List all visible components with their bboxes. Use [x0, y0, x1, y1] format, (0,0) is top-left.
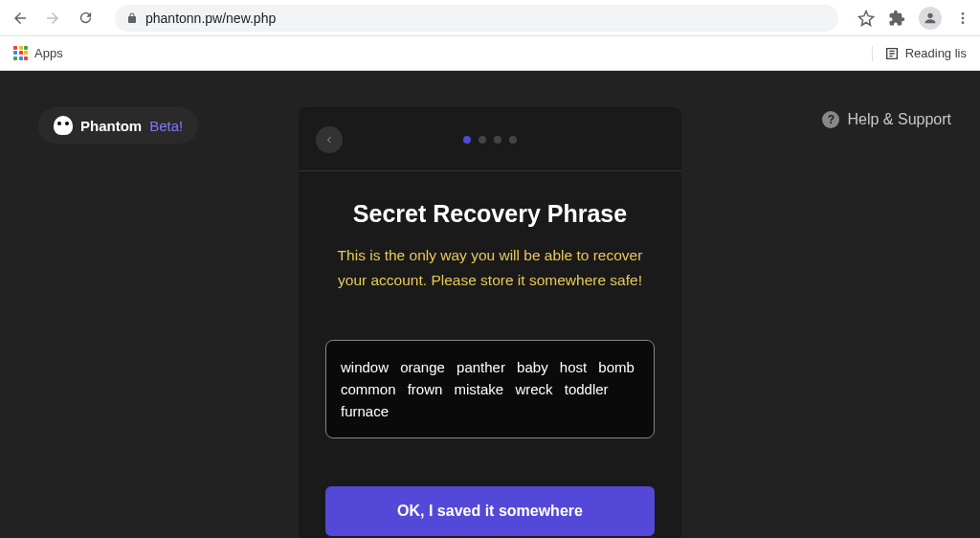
back-button[interactable] — [10, 8, 31, 29]
bookmarks-bar: Apps Reading lis — [0, 36, 980, 71]
browser-toolbar: phantonn.pw/new.php — [0, 0, 980, 36]
address-bar[interactable]: phantonn.pw/new.php — [115, 5, 838, 32]
url-text: phantonn.pw/new.php — [145, 11, 276, 26]
help-icon: ? — [822, 111, 839, 128]
step-dot-1 — [463, 136, 471, 144]
modal-body: Secret Recovery Phrase This is the only … — [299, 171, 681, 538]
step-indicator — [316, 136, 664, 144]
menu-icon[interactable] — [955, 11, 970, 26]
modal-title: Secret Recovery Phrase — [325, 200, 655, 228]
toolbar-right — [858, 7, 970, 30]
modal-subtitle: This is the only way you will be able to… — [325, 243, 655, 294]
svg-point-0 — [962, 12, 965, 15]
step-dot-3 — [494, 136, 501, 144]
reload-button[interactable] — [75, 8, 96, 29]
page-content: Phantom Beta! ? Help & Support Secret Re… — [0, 71, 980, 538]
step-dot-2 — [479, 136, 486, 144]
star-icon[interactable] — [858, 10, 875, 27]
modal-card: Secret Recovery Phrase This is the only … — [299, 107, 681, 538]
brand-name: Phantom — [80, 118, 142, 134]
svg-point-2 — [962, 21, 965, 24]
extensions-icon[interactable] — [888, 10, 905, 27]
help-label: Help & Support — [847, 111, 951, 128]
reading-list[interactable]: Reading lis — [872, 46, 967, 61]
ghost-icon — [54, 116, 73, 135]
help-link[interactable]: ? Help & Support — [822, 111, 951, 128]
confirm-button[interactable]: OK, I saved it somewhere — [325, 486, 655, 536]
brand-pill[interactable]: Phantom Beta! — [38, 107, 198, 144]
apps-grid-icon — [13, 46, 29, 61]
recovery-phrase-box[interactable]: window orange panther baby host bomb com… — [325, 340, 655, 439]
profile-avatar[interactable] — [919, 7, 942, 30]
step-dot-4 — [509, 136, 517, 144]
reading-list-label: Reading lis — [905, 46, 967, 60]
apps-label: Apps — [34, 46, 63, 60]
forward-button[interactable] — [42, 8, 63, 29]
apps-bookmark[interactable]: Apps — [13, 46, 63, 61]
modal-header — [299, 126, 681, 171]
svg-point-1 — [962, 16, 965, 19]
lock-icon — [126, 12, 138, 24]
brand-tag: Beta! — [149, 118, 183, 134]
